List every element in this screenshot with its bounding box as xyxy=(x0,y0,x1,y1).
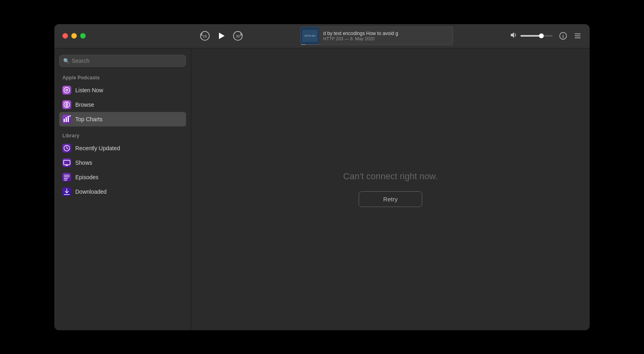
sidebar-item-recently-updated[interactable]: Recently Updated xyxy=(59,141,186,155)
volume-control xyxy=(510,31,553,40)
library-label: Library xyxy=(59,133,186,139)
rewind-icon: 15 xyxy=(199,30,211,41)
info-button[interactable]: i xyxy=(559,32,567,40)
browse-icon xyxy=(62,100,71,109)
search-wrapper: 🔍 xyxy=(59,55,186,67)
svg-rect-17 xyxy=(68,116,69,122)
close-button[interactable] xyxy=(62,33,68,39)
list-button[interactable] xyxy=(574,32,582,40)
now-playing-bar[interactable]: HTTP 203 d by text encodings How to avoi… xyxy=(300,27,453,45)
toolbar: 15 30 xyxy=(54,24,590,48)
sidebar-top-area xyxy=(54,24,191,48)
shows-label: Shows xyxy=(75,159,92,166)
search-icon: 🔍 xyxy=(63,58,70,64)
rewind-button[interactable]: 15 xyxy=(199,30,211,41)
svg-text:i: i xyxy=(562,34,564,39)
apple-podcasts-label: Apple Podcasts xyxy=(59,75,186,81)
library-section: Library Recently Updated xyxy=(59,133,186,199)
sidebar-item-listen-now[interactable]: Listen Now xyxy=(59,83,186,97)
downloaded-label: Downloaded xyxy=(75,188,107,195)
forward-icon: 30 xyxy=(232,30,244,41)
svg-rect-15 xyxy=(64,119,65,122)
volume-icon xyxy=(510,31,517,40)
downloaded-icon xyxy=(62,187,71,196)
sidebar-item-top-charts[interactable]: Top Charts xyxy=(59,112,186,126)
episodes-label: Episodes xyxy=(75,174,99,180)
volume-slider[interactable] xyxy=(520,35,553,37)
toolbar-actions: i xyxy=(510,31,582,40)
info-icon: i xyxy=(559,32,567,40)
content-area: Can’t connect right now. Retry xyxy=(191,48,590,330)
search-input[interactable] xyxy=(59,55,186,67)
retry-button[interactable]: Retry xyxy=(359,191,422,207)
now-playing-info: d by text encodings How to avoid g HTTP … xyxy=(319,29,453,43)
thumb-text: HTTP 203 xyxy=(304,35,315,37)
apple-podcasts-section: Apple Podcasts Listen Now xyxy=(59,75,186,126)
sidebar-item-shows[interactable]: Shows xyxy=(59,155,186,170)
svg-point-13 xyxy=(66,89,68,91)
svg-marker-2 xyxy=(219,33,225,39)
toolbar-main: 15 30 xyxy=(191,27,590,45)
play-button[interactable] xyxy=(217,31,226,40)
svg-rect-16 xyxy=(66,117,67,122)
traffic-lights xyxy=(62,33,86,39)
shows-icon xyxy=(62,158,71,167)
main-content: 🔍 Apple Podcasts Listen Now xyxy=(54,48,590,330)
minimize-button[interactable] xyxy=(71,33,77,39)
listen-now-label: Listen Now xyxy=(75,87,103,93)
sidebar-item-downloaded[interactable]: Downloaded xyxy=(59,184,186,199)
forward-button[interactable]: 30 xyxy=(232,30,244,41)
top-charts-label: Top Charts xyxy=(75,116,103,122)
list-icon xyxy=(574,32,582,40)
maximize-button[interactable] xyxy=(80,33,86,39)
sidebar-item-episodes[interactable]: Episodes xyxy=(59,170,186,184)
svg-text:15: 15 xyxy=(203,34,207,38)
listen-now-icon xyxy=(62,86,71,95)
recently-updated-label: Recently Updated xyxy=(75,145,120,151)
svg-rect-19 xyxy=(64,160,70,165)
sidebar: 🔍 Apple Podcasts Listen Now xyxy=(54,48,191,330)
play-icon xyxy=(217,31,226,40)
top-charts-icon xyxy=(62,115,71,124)
sidebar-item-browse[interactable]: Browse xyxy=(59,97,186,112)
browse-label: Browse xyxy=(75,101,94,108)
now-playing-subtitle: HTTP 203 — 8. May 2020 xyxy=(323,36,449,41)
recently-updated-icon xyxy=(62,144,71,153)
episodes-icon xyxy=(62,173,71,182)
app-window: 15 30 xyxy=(54,24,590,330)
svg-text:30: 30 xyxy=(236,34,240,38)
now-playing-thumbnail: HTTP 203 xyxy=(301,27,319,45)
now-playing-title: d by text encodings How to avoid g xyxy=(323,31,449,36)
error-message: Can’t connect right now. xyxy=(343,171,438,182)
svg-marker-5 xyxy=(511,32,514,38)
player-controls: 15 30 xyxy=(199,30,244,41)
